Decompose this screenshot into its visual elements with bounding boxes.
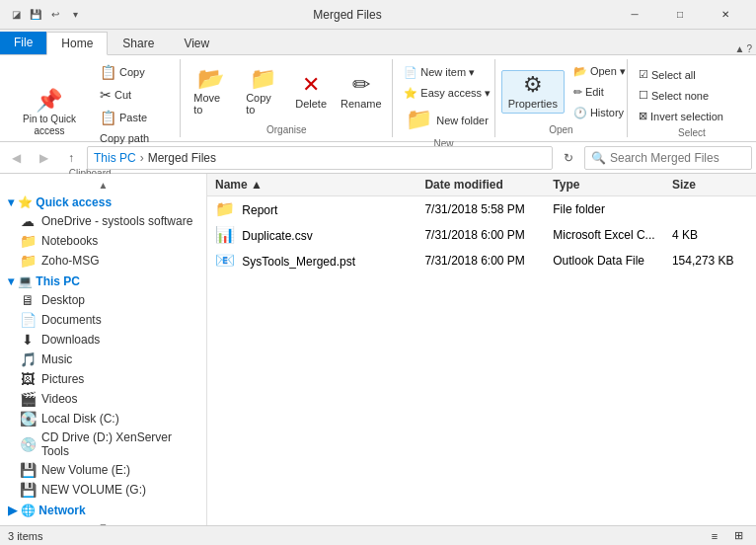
organise-label: Organise	[187, 124, 386, 135]
sidebar-section-quick-access[interactable]: ▾ ⭐ Quick access	[0, 192, 206, 211]
close-button[interactable]: ✕	[703, 0, 748, 30]
edit-button[interactable]: ✏ Edit	[568, 83, 631, 102]
sidebar-item-documents[interactable]: 📄 Documents	[0, 310, 206, 330]
sidebar-section-this-pc[interactable]: ▾ 💻 This PC	[0, 271, 206, 290]
file-name-systools-merged-pst: 📧 SysTools_Merged.pst	[207, 251, 416, 270]
cut-button[interactable]: ✂ Cut	[95, 84, 174, 106]
address-path[interactable]: This PC › Merged Files	[87, 146, 553, 170]
col-header-type[interactable]: Type	[545, 178, 664, 192]
desktop-icon: 🖥	[20, 292, 36, 308]
open-icon: 📂	[573, 65, 587, 78]
sidebar-item-onedrive[interactable]: ☁ OneDrive - systools software	[0, 211, 206, 231]
properties-icon: ⚙	[523, 74, 543, 96]
sidebar-item-music[interactable]: 🎵 Music	[0, 350, 206, 369]
delete-button[interactable]: ✕ Delete	[290, 70, 332, 114]
col-header-name[interactable]: Name ▲	[207, 178, 416, 192]
new-folder-button[interactable]: 📁 New folder	[399, 105, 495, 136]
new-group: 📄 New item ▾ ⭐ Easy access ▾ 📁 New folde…	[393, 59, 494, 137]
paste-button[interactable]: 📋 Paste	[95, 107, 174, 128]
maximize-button[interactable]: □	[657, 0, 703, 30]
copy-button[interactable]: 📋 Copy	[95, 61, 174, 83]
breadcrumb-thispc[interactable]: This PC	[94, 151, 136, 165]
sidebar-item-zoho-msg[interactable]: 📁 Zoho-MSG	[0, 251, 206, 271]
help-icon[interactable]: ?	[746, 43, 752, 54]
new-volume-g-icon: 💾	[20, 482, 36, 498]
pin-to-quick-button[interactable]: 📌 Pin to Quick access	[6, 86, 93, 141]
sidebar-scroll-down[interactable]: ▼	[0, 519, 206, 525]
select-all-icon: ☑	[639, 68, 648, 81]
zoho-icon: 📁	[20, 253, 36, 269]
move-to-button[interactable]: 📂 Move to	[187, 64, 235, 119]
minimize-button[interactable]: ─	[612, 0, 657, 30]
window-icon: ◪	[8, 7, 24, 23]
paste-icon: 📋	[100, 110, 116, 125]
forward-button[interactable]: ▶	[32, 146, 55, 170]
history-button[interactable]: 🕐 History	[568, 104, 631, 122]
grid-view-button[interactable]: ⊞	[728, 528, 748, 544]
tab-view[interactable]: View	[169, 32, 224, 55]
invert-selection-button[interactable]: ⊠ Invert selection	[634, 107, 728, 125]
easy-access-button[interactable]: ⭐ Easy access ▾	[399, 84, 495, 103]
notebooks-icon: 📁	[20, 233, 36, 249]
videos-icon: 🎬	[20, 391, 36, 407]
select-label: Select	[634, 127, 750, 138]
copy-to-button[interactable]: 📁 Copy to	[239, 64, 286, 119]
open-group: ⚙ Properties 📂 Open ▾ ✏ Edit 🕐 History O…	[495, 59, 628, 137]
file-name-report: 📁 Report	[207, 199, 416, 218]
sidebar-item-cd-drive-d[interactable]: 💿 CD Drive (D:) XenServer Tools	[0, 428, 206, 460]
back-button[interactable]: ◀	[4, 146, 28, 170]
file-name-duplicate-csv: 📊 Duplicate.csv	[207, 225, 416, 244]
quick-access-dropdown[interactable]: ▾	[67, 7, 83, 23]
sidebar-item-downloads[interactable]: ⬇ Downloads	[0, 330, 206, 350]
rename-button[interactable]: ✏ Rename	[336, 70, 386, 114]
ribbon: 📌 Pin to Quick access 📋 Copy ✂ Cut 📋 Pas…	[0, 55, 756, 142]
sidebar-item-new-volume-e[interactable]: 💾 New Volume (E:)	[0, 460, 206, 480]
col-header-size[interactable]: Size	[664, 178, 756, 192]
excel-icon: 📊	[215, 226, 235, 243]
sidebar-item-local-disk-c[interactable]: 💽 Local Disk (C:)	[0, 409, 206, 428]
new-volume-e-icon: 💾	[20, 462, 36, 478]
file-row-duplicate-csv[interactable]: 📊 Duplicate.csv 7/31/2018 6:00 PM Micros…	[207, 222, 756, 248]
sidebar-item-notebooks[interactable]: 📁 Notebooks	[0, 231, 206, 251]
properties-button[interactable]: ⚙ Properties	[501, 70, 565, 114]
quick-access-save[interactable]: 💾	[28, 7, 43, 23]
sidebar-item-desktop[interactable]: 🖥 Desktop	[0, 290, 206, 310]
sidebar-item-videos[interactable]: 🎬 Videos	[0, 389, 206, 409]
sidebar-item-new-volume-g[interactable]: 💾 NEW VOLUME (G:)	[0, 480, 206, 500]
file-list: Name ▲ Date modified Type Size 📁 Report …	[207, 174, 756, 525]
history-icon: 🕐	[573, 107, 587, 119]
search-box[interactable]: 🔍	[584, 146, 752, 170]
select-all-button[interactable]: ☑ Select all	[634, 65, 701, 84]
col-header-date[interactable]: Date modified	[416, 178, 545, 192]
quick-access-undo[interactable]: ↩	[47, 7, 63, 23]
status-bar: 3 items ≡ ⊞	[0, 525, 756, 545]
copy-to-icon: 📁	[250, 68, 276, 90]
ribbon-toggle[interactable]: ▲	[735, 43, 745, 54]
copy-path-button[interactable]: Copy path	[95, 129, 174, 147]
file-row-report[interactable]: 📁 Report 7/31/2018 5:58 PM File folder	[207, 196, 756, 222]
breadcrumb-current: Merged Files	[148, 151, 216, 165]
onedrive-icon: ☁	[20, 213, 36, 229]
view-toggle: ≡ ⊞	[705, 528, 748, 544]
list-view-button[interactable]: ≡	[705, 528, 724, 544]
file-row-systools-merged-pst[interactable]: 📧 SysTools_Merged.pst 7/31/2018 6:00 PM …	[207, 248, 756, 273]
tab-home[interactable]: Home	[46, 32, 108, 55]
music-icon: 🎵	[20, 351, 36, 367]
open-label: Open	[501, 124, 621, 135]
organise-group: 📂 Move to 📁 Copy to ✕ Delete ✏ Rename Or…	[181, 59, 393, 137]
title-bar: ◪ 💾 ↩ ▾ Merged Files ─ □ ✕	[0, 0, 756, 30]
up-button[interactable]: ↑	[59, 146, 83, 170]
edit-icon: ✏	[573, 86, 582, 99]
tab-share[interactable]: Share	[108, 32, 169, 55]
open-button[interactable]: 📂 Open ▾	[568, 62, 631, 81]
tab-file[interactable]: File	[0, 32, 46, 54]
move-icon: 📂	[197, 68, 224, 90]
sidebar-scroll-up[interactable]: ▲	[0, 178, 206, 192]
refresh-button[interactable]: ↻	[557, 146, 580, 170]
sidebar-section-network[interactable]: ▶ 🌐 Network	[0, 500, 206, 519]
new-item-button[interactable]: 📄 New item ▾	[399, 63, 480, 82]
breadcrumb-chevron: ›	[140, 151, 144, 165]
select-none-button[interactable]: ☐ Select none	[634, 86, 714, 105]
search-input[interactable]	[610, 151, 745, 165]
sidebar-item-pictures[interactable]: 🖼 Pictures	[0, 369, 206, 389]
